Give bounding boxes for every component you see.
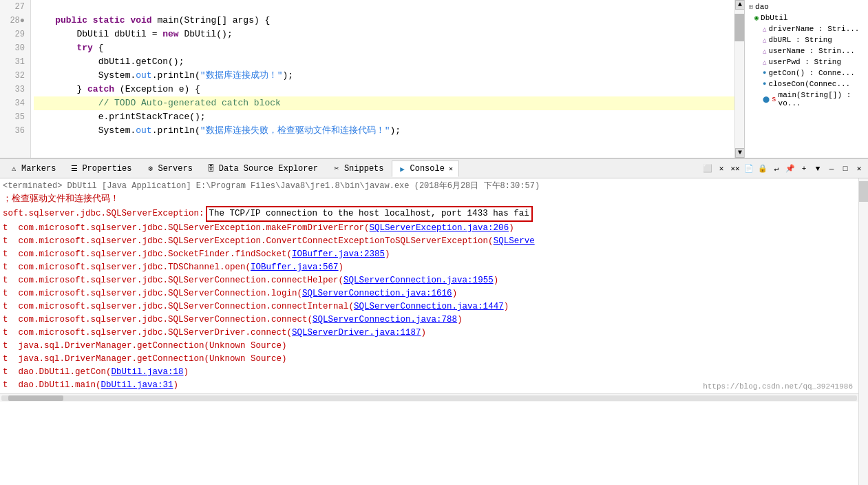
outline-label: driverName : Stri... [768, 25, 859, 33]
close-panel-button[interactable]: ✕ [853, 163, 865, 175]
code-line: dbUtil.getCon(); [34, 55, 734, 69]
stack-link[interactable]: SQLServerDriver.java:1187 [292, 328, 421, 338]
code-line: e.printStackTrace(); [34, 110, 734, 124]
watermark: https://blog.csdn.net/qq_39241986 [703, 382, 853, 391]
stack-link[interactable]: DbUtil.java:18 [112, 367, 184, 377]
code-scrollbar[interactable]: ▲ ▼ [734, 0, 744, 158]
tab-toolbar: ⬜ ✕ ✕✕ 📄 🔒 ↵ 📌 + ▼ — □ ✕ [701, 163, 865, 175]
tab-label: Properties [82, 164, 131, 174]
snippets-icon: ✂ [332, 164, 341, 174]
tab-markers[interactable]: ⚠ Markers [3, 161, 62, 177]
outline-label: userName : Strin... [768, 47, 854, 55]
stack-link[interactable]: IOBuffer.java:2385 [292, 249, 385, 259]
tab-label: Console [410, 164, 445, 174]
stack-link[interactable]: SQLServerConnection.java:788 [313, 315, 457, 324]
code-line: System.out.println("数据库连接失败，检查驱动文件和连接代码！… [34, 124, 734, 138]
console-line: t java.sql.DriverManager.getConnection(U… [3, 353, 856, 366]
class-icon: ◉ [754, 14, 759, 22]
code-content: 27 28● 29 30 31 32 33 34 35 36 public st… [0, 0, 744, 158]
tab-datasource[interactable]: 🗄 Data Source Explorer [200, 161, 324, 177]
method-icon: ● [763, 70, 766, 76]
console-line: t dao.DbUtil.getCon(DbUtil.java:18) [3, 366, 856, 379]
tab-bar: ⚠ Markers ☰ Properties ⚙ Servers 🗄 Data … [0, 159, 868, 178]
exception-class: soft.sqlserver.jdbc.SQLServerException: [3, 207, 204, 220]
remove-launch-button[interactable]: ✕✕ [729, 163, 741, 175]
console-wrapper: <terminated> DbUtil [Java Application] E… [0, 178, 868, 485]
stack-link[interactable]: DbUtil.java:31 [101, 380, 173, 390]
exception-message-box: The TCP/IP connection to the host localh… [206, 206, 533, 222]
stack-link[interactable]: SQLServerConnection.java:1447 [354, 302, 504, 311]
code-panel: 27 28● 29 30 31 32 33 34 35 36 public st… [0, 0, 744, 158]
scroll-lock-button[interactable]: 🔒 [756, 163, 769, 175]
console-content: <terminated> DbUtil [Java Application] E… [0, 178, 858, 393]
tab-label: Data Source Explorer [219, 164, 318, 174]
tab-console[interactable]: ▶ Console ✕ [392, 161, 459, 177]
tab-servers[interactable]: ⚙ Servers [139, 161, 198, 177]
code-line: } catch (Exception e) { [34, 83, 734, 96]
stack-link[interactable]: IOBuffer.java:567 [251, 262, 339, 272]
outline-item-dbutil[interactable]: ◉ DbUtil [746, 12, 867, 23]
console-scroll-thumb[interactable] [859, 181, 868, 202]
console-line: t com.microsoft.sqlserver.jdbc.SQLServer… [3, 222, 856, 235]
outline-item-dburl[interactable]: △ dbURL : String [746, 34, 867, 45]
outline-label: main(String[]) : vo... [779, 91, 864, 107]
stack-link[interactable]: SQLServerException.java:206 [370, 223, 509, 233]
open-file-button[interactable]: 📄 [743, 163, 755, 175]
console-line: t com.microsoft.sqlserver.jdbc.SQLServer… [3, 274, 856, 287]
package-icon: ⊞ [749, 3, 753, 11]
code-line: System.out.println("数据库连接成功！"); [34, 69, 734, 83]
properties-icon: ☰ [70, 164, 79, 174]
stack-link[interactable]: SQLServe [494, 236, 535, 246]
outline-label: DbUtil [761, 14, 788, 22]
code-line: try { [34, 41, 734, 55]
tab-properties[interactable]: ☰ Properties [63, 161, 138, 177]
field-icon: △ [763, 48, 766, 55]
outline-item-drivername[interactable]: △ driverName : Stri... [746, 23, 867, 34]
outline-label: dbURL : String [768, 36, 832, 44]
h-scroll-thumb[interactable] [8, 395, 63, 401]
console-line: t com.microsoft.sqlserver.jdbc.SQLServer… [3, 313, 856, 327]
outline-panel: ⊞ dao ◉ DbUtil △ driverName : Stri... △ … [744, 0, 868, 158]
stack-link[interactable]: SQLServerConnection.java:1616 [302, 289, 452, 298]
console-line: t com.microsoft.sqlserver.jdbc.TDSChanne… [3, 261, 856, 274]
outline-label: getCon() : Conne... [768, 69, 854, 77]
console-scrollbar[interactable] [858, 178, 868, 485]
h-scroll-track[interactable] [1, 395, 857, 401]
bottom-panel: ⚠ Markers ☰ Properties ⚙ Servers 🗄 Data … [0, 158, 868, 485]
outline-item-main[interactable]: ⬤ s main(String[]) : vo... [746, 90, 867, 109]
markers-icon: ⚠ [9, 164, 19, 174]
h-scrollbar[interactable] [0, 393, 858, 402]
word-wrap-button[interactable]: ↵ [770, 163, 783, 175]
outline-item-userpwd[interactable]: △ userPwd : String [746, 56, 867, 68]
view-menu-button[interactable]: ▼ [812, 163, 824, 175]
stack-link[interactable]: SQLServerConnection.java:1955 [343, 276, 494, 285]
new-console-button[interactable]: + [798, 163, 810, 175]
line-numbers: 27 28● 29 30 31 32 33 34 35 36 [0, 0, 31, 158]
outline-item-closecon[interactable]: ● closeCon(Connec... [746, 79, 867, 90]
console-exception-line: soft.sqlserver.jdbc.SQLServerException: … [3, 206, 856, 222]
pin-console-button[interactable]: 📌 [784, 163, 796, 175]
clear-console-button[interactable]: ⬜ [701, 163, 714, 175]
console-main: <terminated> DbUtil [Java Application] E… [0, 178, 858, 485]
code-lines: public static void main(String[] args) {… [31, 0, 734, 158]
scroll-up-arrow[interactable]: ▲ [735, 0, 744, 10]
scroll-down-arrow[interactable]: ▼ [735, 148, 744, 158]
tab-close-x[interactable]: ✕ [449, 165, 453, 173]
console-line: t com.microsoft.sqlserver.jdbc.SocketFin… [3, 248, 856, 261]
datasource-icon: 🗄 [207, 164, 216, 174]
outline-item-dao[interactable]: ⊞ dao [746, 1, 867, 12]
tab-snippets[interactable]: ✂ Snippets [326, 161, 390, 177]
scroll-thumb[interactable] [734, 14, 744, 41]
outline-item-username[interactable]: △ userName : Strin... [746, 45, 867, 56]
field-icon: △ [763, 59, 766, 66]
outline-label: dao [755, 3, 769, 11]
outline-item-getcon[interactable]: ● getCon() : Conne... [746, 68, 867, 79]
console-line: t com.microsoft.sqlserver.jdbc.SQLServer… [3, 235, 856, 248]
stop-button[interactable]: ✕ [715, 163, 728, 175]
code-line: public static void main(String[] args) { [34, 14, 734, 28]
minimize-button[interactable]: — [825, 163, 838, 175]
console-line: ；检查驱动文件和连接代码！ [3, 193, 856, 206]
maximize-button[interactable]: □ [839, 163, 851, 175]
console-header: <terminated> DbUtil [Java Application] E… [3, 180, 856, 192]
console-line: t com.microsoft.sqlserver.jdbc.SQLServer… [3, 287, 856, 300]
